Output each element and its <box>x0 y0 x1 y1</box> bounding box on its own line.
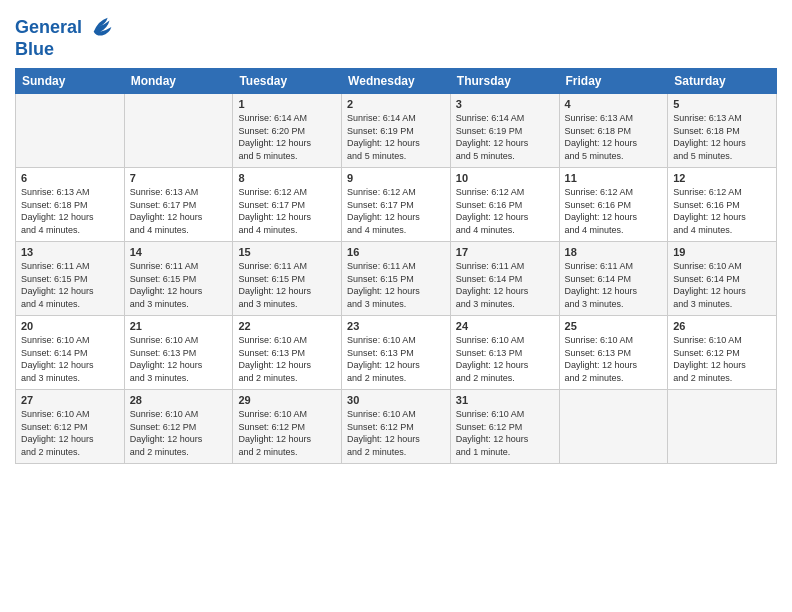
day-number: 18 <box>565 246 663 258</box>
calendar-cell: 11Sunrise: 6:12 AM Sunset: 6:16 PM Dayli… <box>559 168 668 242</box>
calendar-table: SundayMondayTuesdayWednesdayThursdayFrid… <box>15 68 777 464</box>
day-number: 7 <box>130 172 228 184</box>
day-info: Sunrise: 6:12 AM Sunset: 6:16 PM Dayligh… <box>673 186 771 236</box>
day-info: Sunrise: 6:11 AM Sunset: 6:15 PM Dayligh… <box>21 260 119 310</box>
day-number: 24 <box>456 320 554 332</box>
calendar-week-4: 20Sunrise: 6:10 AM Sunset: 6:14 PM Dayli… <box>16 316 777 390</box>
day-info: Sunrise: 6:14 AM Sunset: 6:20 PM Dayligh… <box>238 112 336 162</box>
day-info: Sunrise: 6:10 AM Sunset: 6:13 PM Dayligh… <box>456 334 554 384</box>
day-number: 13 <box>21 246 119 258</box>
day-number: 17 <box>456 246 554 258</box>
day-info: Sunrise: 6:10 AM Sunset: 6:14 PM Dayligh… <box>21 334 119 384</box>
day-number: 20 <box>21 320 119 332</box>
weekday-header-sunday: Sunday <box>16 69 125 94</box>
day-info: Sunrise: 6:10 AM Sunset: 6:13 PM Dayligh… <box>130 334 228 384</box>
header: General Blue <box>15 10 777 60</box>
day-number: 31 <box>456 394 554 406</box>
calendar-cell <box>16 94 125 168</box>
day-number: 27 <box>21 394 119 406</box>
day-info: Sunrise: 6:12 AM Sunset: 6:16 PM Dayligh… <box>456 186 554 236</box>
day-info: Sunrise: 6:11 AM Sunset: 6:14 PM Dayligh… <box>456 260 554 310</box>
calendar-cell: 13Sunrise: 6:11 AM Sunset: 6:15 PM Dayli… <box>16 242 125 316</box>
day-info: Sunrise: 6:12 AM Sunset: 6:17 PM Dayligh… <box>347 186 445 236</box>
weekday-header-row: SundayMondayTuesdayWednesdayThursdayFrid… <box>16 69 777 94</box>
day-number: 1 <box>238 98 336 110</box>
day-number: 3 <box>456 98 554 110</box>
day-number: 22 <box>238 320 336 332</box>
calendar-cell: 17Sunrise: 6:11 AM Sunset: 6:14 PM Dayli… <box>450 242 559 316</box>
calendar-cell: 21Sunrise: 6:10 AM Sunset: 6:13 PM Dayli… <box>124 316 233 390</box>
day-info: Sunrise: 6:13 AM Sunset: 6:17 PM Dayligh… <box>130 186 228 236</box>
day-info: Sunrise: 6:10 AM Sunset: 6:13 PM Dayligh… <box>347 334 445 384</box>
weekday-header-tuesday: Tuesday <box>233 69 342 94</box>
day-info: Sunrise: 6:12 AM Sunset: 6:17 PM Dayligh… <box>238 186 336 236</box>
weekday-header-saturday: Saturday <box>668 69 777 94</box>
calendar-cell <box>668 390 777 464</box>
day-number: 9 <box>347 172 445 184</box>
day-info: Sunrise: 6:13 AM Sunset: 6:18 PM Dayligh… <box>21 186 119 236</box>
day-number: 5 <box>673 98 771 110</box>
day-number: 8 <box>238 172 336 184</box>
calendar-cell: 29Sunrise: 6:10 AM Sunset: 6:12 PM Dayli… <box>233 390 342 464</box>
day-number: 14 <box>130 246 228 258</box>
day-info: Sunrise: 6:12 AM Sunset: 6:16 PM Dayligh… <box>565 186 663 236</box>
day-number: 12 <box>673 172 771 184</box>
calendar-cell: 2Sunrise: 6:14 AM Sunset: 6:19 PM Daylig… <box>342 94 451 168</box>
day-number: 16 <box>347 246 445 258</box>
calendar-cell: 1Sunrise: 6:14 AM Sunset: 6:20 PM Daylig… <box>233 94 342 168</box>
day-info: Sunrise: 6:10 AM Sunset: 6:13 PM Dayligh… <box>238 334 336 384</box>
calendar-cell <box>559 390 668 464</box>
day-info: Sunrise: 6:11 AM Sunset: 6:14 PM Dayligh… <box>565 260 663 310</box>
day-number: 23 <box>347 320 445 332</box>
day-info: Sunrise: 6:10 AM Sunset: 6:13 PM Dayligh… <box>565 334 663 384</box>
day-number: 26 <box>673 320 771 332</box>
calendar-cell: 3Sunrise: 6:14 AM Sunset: 6:19 PM Daylig… <box>450 94 559 168</box>
calendar-cell <box>124 94 233 168</box>
day-number: 6 <box>21 172 119 184</box>
page-container: General Blue SundayMondayTuesdayWednesda… <box>0 0 792 612</box>
logo: General Blue <box>15 15 117 60</box>
calendar-cell: 10Sunrise: 6:12 AM Sunset: 6:16 PM Dayli… <box>450 168 559 242</box>
day-info: Sunrise: 6:14 AM Sunset: 6:19 PM Dayligh… <box>347 112 445 162</box>
calendar-cell: 30Sunrise: 6:10 AM Sunset: 6:12 PM Dayli… <box>342 390 451 464</box>
calendar-cell: 19Sunrise: 6:10 AM Sunset: 6:14 PM Dayli… <box>668 242 777 316</box>
day-info: Sunrise: 6:10 AM Sunset: 6:12 PM Dayligh… <box>347 408 445 458</box>
day-number: 25 <box>565 320 663 332</box>
calendar-cell: 28Sunrise: 6:10 AM Sunset: 6:12 PM Dayli… <box>124 390 233 464</box>
day-number: 11 <box>565 172 663 184</box>
day-info: Sunrise: 6:11 AM Sunset: 6:15 PM Dayligh… <box>347 260 445 310</box>
day-info: Sunrise: 6:10 AM Sunset: 6:12 PM Dayligh… <box>238 408 336 458</box>
calendar-cell: 31Sunrise: 6:10 AM Sunset: 6:12 PM Dayli… <box>450 390 559 464</box>
calendar-cell: 22Sunrise: 6:10 AM Sunset: 6:13 PM Dayli… <box>233 316 342 390</box>
calendar-cell: 25Sunrise: 6:10 AM Sunset: 6:13 PM Dayli… <box>559 316 668 390</box>
calendar-week-3: 13Sunrise: 6:11 AM Sunset: 6:15 PM Dayli… <box>16 242 777 316</box>
day-info: Sunrise: 6:14 AM Sunset: 6:19 PM Dayligh… <box>456 112 554 162</box>
calendar-cell: 20Sunrise: 6:10 AM Sunset: 6:14 PM Dayli… <box>16 316 125 390</box>
calendar-cell: 8Sunrise: 6:12 AM Sunset: 6:17 PM Daylig… <box>233 168 342 242</box>
logo-general: General <box>15 17 82 37</box>
calendar-cell: 18Sunrise: 6:11 AM Sunset: 6:14 PM Dayli… <box>559 242 668 316</box>
calendar-cell: 16Sunrise: 6:11 AM Sunset: 6:15 PM Dayli… <box>342 242 451 316</box>
calendar-cell: 7Sunrise: 6:13 AM Sunset: 6:17 PM Daylig… <box>124 168 233 242</box>
calendar-cell: 15Sunrise: 6:11 AM Sunset: 6:15 PM Dayli… <box>233 242 342 316</box>
day-number: 21 <box>130 320 228 332</box>
day-info: Sunrise: 6:11 AM Sunset: 6:15 PM Dayligh… <box>130 260 228 310</box>
day-info: Sunrise: 6:10 AM Sunset: 6:14 PM Dayligh… <box>673 260 771 310</box>
calendar-week-1: 1Sunrise: 6:14 AM Sunset: 6:20 PM Daylig… <box>16 94 777 168</box>
calendar-cell: 26Sunrise: 6:10 AM Sunset: 6:12 PM Dayli… <box>668 316 777 390</box>
calendar-cell: 24Sunrise: 6:10 AM Sunset: 6:13 PM Dayli… <box>450 316 559 390</box>
logo-blue: Blue <box>15 39 117 60</box>
calendar-cell: 6Sunrise: 6:13 AM Sunset: 6:18 PM Daylig… <box>16 168 125 242</box>
day-info: Sunrise: 6:10 AM Sunset: 6:12 PM Dayligh… <box>21 408 119 458</box>
day-info: Sunrise: 6:13 AM Sunset: 6:18 PM Dayligh… <box>673 112 771 162</box>
calendar-week-2: 6Sunrise: 6:13 AM Sunset: 6:18 PM Daylig… <box>16 168 777 242</box>
day-info: Sunrise: 6:10 AM Sunset: 6:12 PM Dayligh… <box>130 408 228 458</box>
calendar-cell: 12Sunrise: 6:12 AM Sunset: 6:16 PM Dayli… <box>668 168 777 242</box>
weekday-header-thursday: Thursday <box>450 69 559 94</box>
weekday-header-wednesday: Wednesday <box>342 69 451 94</box>
day-number: 4 <box>565 98 663 110</box>
calendar-cell: 27Sunrise: 6:10 AM Sunset: 6:12 PM Dayli… <box>16 390 125 464</box>
day-number: 19 <box>673 246 771 258</box>
calendar-cell: 14Sunrise: 6:11 AM Sunset: 6:15 PM Dayli… <box>124 242 233 316</box>
logo-text: General <box>15 15 117 41</box>
